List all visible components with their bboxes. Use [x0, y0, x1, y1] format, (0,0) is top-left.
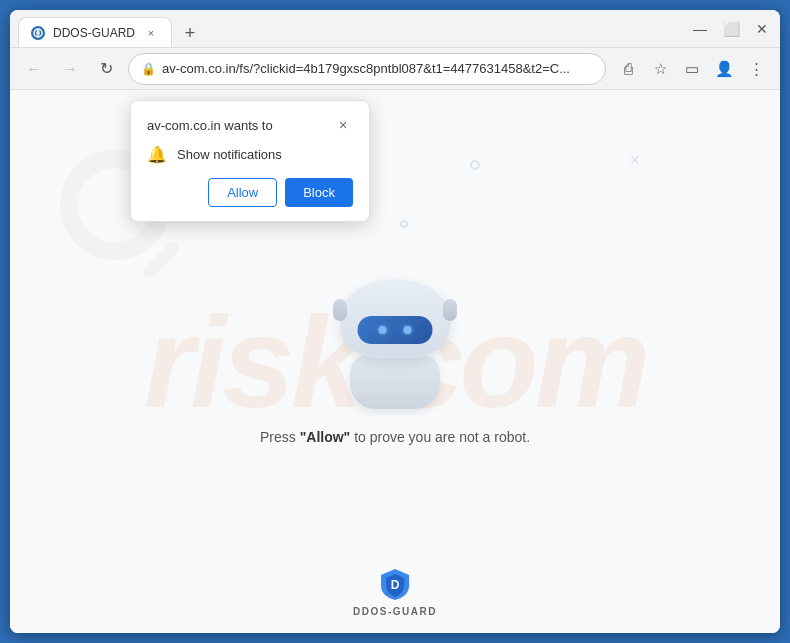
x-watermark: ×: [629, 150, 640, 171]
restore-button[interactable]: ⬜: [719, 17, 744, 41]
menu-button[interactable]: ⋮: [742, 55, 770, 83]
robot-head: [340, 279, 450, 359]
robot-eye-left: [378, 326, 386, 334]
address-text: av-com.co.in/fs/?clickid=4b179gxsc8pntbl…: [162, 61, 593, 76]
press-allow-prefix: Press: [260, 429, 300, 445]
ddos-guard-logo-icon: D: [377, 566, 413, 602]
tab-area: DDOS-GUARD × +: [18, 10, 683, 47]
notification-item: 🔔 Show notifications: [147, 145, 353, 164]
browser-window: DDOS-GUARD × + — ⬜ ✕ ← → ↻ 🔒 av-com.co.i…: [10, 10, 780, 633]
block-button[interactable]: Block: [285, 178, 353, 207]
title-bar: DDOS-GUARD × + — ⬜ ✕: [10, 10, 780, 48]
press-allow-text: Press "Allow" to prove you are not a rob…: [260, 429, 530, 445]
svg-text:D: D: [391, 578, 400, 592]
window-controls: — ⬜ ✕: [689, 17, 772, 41]
new-tab-button[interactable]: +: [176, 19, 204, 47]
popup-actions: Allow Block: [147, 178, 353, 207]
deco-circle-2: [400, 220, 408, 228]
robot-ear-left: [333, 299, 347, 321]
allow-button[interactable]: Allow: [208, 178, 277, 207]
popup-title: av-com.co.in wants to: [147, 118, 273, 133]
notification-popup: av-com.co.in wants to × 🔔 Show notificat…: [130, 100, 370, 222]
page-content: av-com.co.in wants to × 🔔 Show notificat…: [10, 90, 780, 633]
notification-label: Show notifications: [177, 147, 282, 162]
minimize-button[interactable]: —: [689, 17, 711, 41]
browser-tab[interactable]: DDOS-GUARD ×: [18, 17, 172, 47]
robot-eye-right: [404, 326, 412, 334]
address-bar[interactable]: 🔒 av-com.co.in/fs/?clickid=4b179gxsc8pnt…: [128, 53, 606, 85]
tab-close-button[interactable]: ×: [143, 25, 159, 41]
robot-body: [350, 354, 440, 409]
deco-circle-3: [470, 160, 480, 170]
tab-favicon: [31, 26, 45, 40]
bookmark-button[interactable]: ☆: [646, 55, 674, 83]
robot-illustration: [340, 279, 450, 409]
window-close-button[interactable]: ✕: [752, 17, 772, 41]
ddos-guard-footer: D DDOS-GUARD: [353, 566, 437, 617]
tab-label: DDOS-GUARD: [53, 26, 135, 40]
profile-button[interactable]: 👤: [710, 55, 738, 83]
robot: [340, 279, 450, 409]
popup-header: av-com.co.in wants to ×: [147, 115, 353, 135]
bell-icon: 🔔: [147, 145, 167, 164]
toolbar-actions: ⎙ ☆ ▭ 👤 ⋮: [614, 55, 770, 83]
sidebar-button[interactable]: ▭: [678, 55, 706, 83]
back-button[interactable]: ←: [20, 55, 48, 83]
browser-toolbar: ← → ↻ 🔒 av-com.co.in/fs/?clickid=4b179gx…: [10, 48, 780, 90]
ddos-guard-label: DDOS-GUARD: [353, 606, 437, 617]
robot-ear-right: [443, 299, 457, 321]
press-allow-suffix: to prove you are not a robot.: [350, 429, 530, 445]
forward-button[interactable]: →: [56, 55, 84, 83]
lock-icon: 🔒: [141, 62, 156, 76]
popup-close-button[interactable]: ×: [333, 115, 353, 135]
reload-button[interactable]: ↻: [92, 55, 120, 83]
robot-face-panel: [358, 316, 433, 344]
share-button[interactable]: ⎙: [614, 55, 642, 83]
press-allow-keyword: "Allow": [300, 429, 351, 445]
